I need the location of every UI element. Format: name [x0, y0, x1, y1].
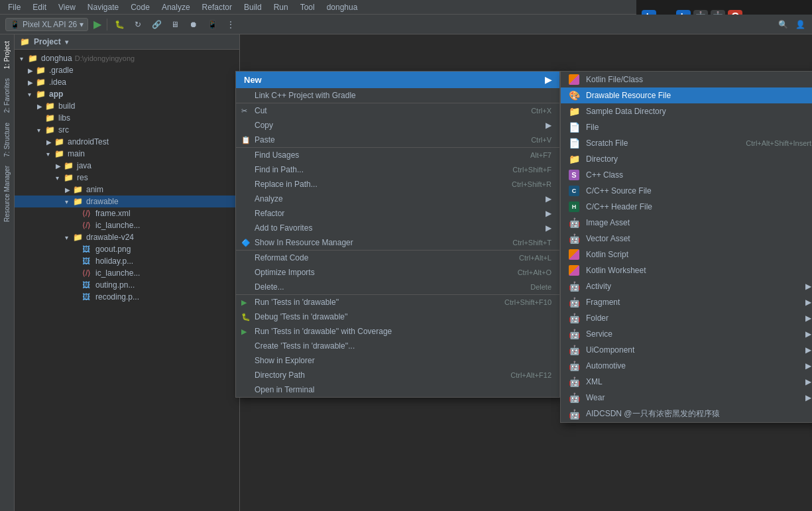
list-item[interactable]: ▶ ⟨/⟩ frame.xml	[15, 207, 239, 219]
ctx-item-optimize[interactable]: Optimize Imports Ctrl+Alt+O	[236, 265, 559, 280]
ctx-item-dir-path[interactable]: Directory Path Ctrl+Alt+F12	[236, 368, 559, 382]
list-item[interactable]: ▶ 🖼 outing.pn...	[15, 279, 239, 291]
menu-run[interactable]: Run	[268, 1, 294, 13]
list-item[interactable]: ▾ 📁 main	[15, 148, 239, 160]
sidebar-item-structure[interactable]: 7: Structure	[2, 119, 12, 161]
menu-edit[interactable]: Edit	[27, 1, 52, 13]
ctx-item-refactor[interactable]: Refactor ▶	[236, 206, 559, 221]
menu-donghua[interactable]: donghua	[321, 1, 363, 13]
list-item[interactable]: ▶ 📁 .idea	[15, 76, 239, 88]
submenu-item-image-asset[interactable]: 🤖 Image Asset	[561, 215, 812, 231]
list-item[interactable]: ▶ 📁 build	[15, 100, 239, 112]
tree-item-root[interactable]: ▾ 📁 donghua D:\yidongyingyong	[15, 52, 239, 64]
list-item[interactable]: ▶ 🖼 holiday.p...	[15, 255, 239, 267]
submenu-item-vector-asset[interactable]: 🤖 Vector Asset	[561, 231, 812, 247]
menu-build[interactable]: Build	[239, 1, 267, 13]
submenu-item-kotlin-worksheet[interactable]: Kotlin Worksheet	[561, 262, 812, 278]
sidebar-item-project[interactable]: 1: Project	[2, 37, 12, 73]
search-icon[interactable]: 🔍	[776, 18, 789, 31]
ctx-item-favorites[interactable]: Add to Favorites ▶	[236, 221, 559, 235]
menu-tool[interactable]: Tool	[295, 1, 320, 13]
item-label: src	[58, 125, 69, 135]
submenu-item-uicomponent[interactable]: 🤖 UiComponent ▶	[561, 342, 812, 358]
list-item[interactable]: ▶ ⟨/⟩ ic_launche...	[15, 267, 239, 279]
ctx-item-run-coverage[interactable]: ▶ Run 'Tests in 'drawable'' with Coverag…	[236, 324, 559, 339]
ctx-item-run[interactable]: ▶ Run 'Tests in 'drawable'' Ctrl+Shift+F…	[236, 294, 559, 310]
list-item[interactable]: ▶ 📁 anim	[15, 184, 239, 196]
submenu-item-cpp-header[interactable]: H C/C++ Header File	[561, 199, 812, 215]
list-item[interactable]: ▶ ⟨/⟩ ic_launche...	[15, 219, 239, 231]
folder-icon: 📁	[567, 106, 581, 117]
ctx-item-delete[interactable]: Delete... Delete	[236, 280, 559, 294]
sidebar-item-resource[interactable]: Resource Manager	[2, 162, 12, 226]
submenu-item-cpp-class[interactable]: S C++ Class	[561, 167, 812, 183]
list-item[interactable]: ▶ 📁 libs	[15, 112, 239, 124]
context-menu-header[interactable]: New ▶	[236, 72, 559, 88]
item-label: drawable-v24	[86, 233, 134, 242]
submenu-item-drawable[interactable]: 🎨 Drawable Resource File	[561, 87, 812, 103]
ctx-item-replace[interactable]: Replace in Path... Ctrl+Shift+R	[236, 177, 559, 192]
menu-code[interactable]: Code	[125, 1, 155, 13]
ctx-item-cut[interactable]: ✂ Cut Ctrl+X	[236, 103, 559, 118]
menu-file[interactable]: File	[3, 1, 26, 13]
submenu-item-wear[interactable]: 🤖 Wear ▶	[561, 390, 812, 406]
menu-refactor[interactable]: Refactor	[197, 1, 237, 13]
ctx-item-resource-mgr[interactable]: 🔷 Show In Resource Manager Ctrl+Shift+T	[236, 235, 559, 250]
list-item[interactable]: ▾ 📁 drawable-v24	[15, 231, 239, 243]
menu-analyze[interactable]: Analyze	[156, 1, 196, 13]
screen-icon[interactable]: 🖥	[168, 18, 182, 31]
list-item[interactable]: ▾ 📁 src	[15, 124, 239, 136]
submenu-item-directory[interactable]: 📁 Directory	[561, 151, 812, 167]
list-item[interactable]: ▶ 📁 .gradle	[15, 64, 239, 76]
submenu-item-kotlin-script[interactable]: Kotlin Script	[561, 247, 812, 262]
bug-icon[interactable]: 🐛	[113, 18, 126, 31]
submenu-item-xml[interactable]: 🤖 XML ▶	[561, 374, 812, 390]
list-item[interactable]: ▾ 📁 res	[15, 172, 239, 184]
ctx-item-link-cpp[interactable]: Link C++ Project with Gradle	[236, 88, 559, 103]
list-item[interactable]: ▶ 📁 java	[15, 160, 239, 172]
file-icon: 📄	[567, 122, 581, 133]
ctx-item-debug[interactable]: 🐛 Debug 'Tests in 'drawable''	[236, 310, 559, 324]
attach-icon[interactable]: 🔗	[150, 18, 163, 31]
submenu-item-activity[interactable]: 🤖 Activity ▶	[561, 278, 812, 294]
ctx-item-paste[interactable]: 📋 Paste Ctrl+V	[236, 133, 559, 147]
record-icon[interactable]: ⏺	[187, 18, 200, 31]
list-item[interactable]: ▶ 🖼 goout.png	[15, 243, 239, 255]
device-icon-2[interactable]: 📱	[205, 18, 219, 31]
arrow-icon: ▶	[37, 103, 45, 110]
item-label: drawable	[86, 197, 119, 206]
avatar-icon[interactable]: 👤	[793, 18, 807, 31]
ctx-item-reformat[interactable]: Reformat Code Ctrl+Alt+L	[236, 250, 559, 265]
ctx-item-create-tests[interactable]: Create 'Tests in 'drawable''...	[236, 339, 559, 353]
list-item[interactable]: ▾ 📁 drawable	[15, 196, 239, 207]
item-label: Kotlin Worksheet	[586, 266, 646, 275]
submenu-item-service[interactable]: 🤖 Service ▶	[561, 326, 812, 342]
sync-icon[interactable]: ↻	[131, 18, 145, 31]
list-item[interactable]: ▾ 📁 app	[15, 88, 239, 100]
ctx-item-find-usages[interactable]: Find Usages Alt+F7	[236, 147, 559, 162]
submenu-item-automotive[interactable]: 🤖 Automotive ▶	[561, 358, 812, 374]
submenu-item-file[interactable]: 📄 File	[561, 119, 812, 135]
menu-navigate[interactable]: Navigate	[82, 1, 124, 13]
list-item[interactable]: ▶ 📁 androidTest	[15, 136, 239, 148]
submenu-item-sample-data[interactable]: 📁 Sample Data Directory	[561, 103, 812, 119]
main-content: 1: Project 2: Favorites 7: Structure Res…	[0, 34, 812, 511]
ctx-item-analyze[interactable]: Analyze ▶	[236, 192, 559, 206]
submenu-item-kotlin-class[interactable]: Kotlin File/Class	[561, 72, 812, 87]
ctx-item-show-explorer[interactable]: Show in Explorer	[236, 353, 559, 368]
ctx-item-open-terminal[interactable]: Open in Terminal	[236, 382, 559, 397]
more-icon[interactable]: ⋮	[224, 18, 237, 31]
submenu-item-folder[interactable]: 🤖 Folder ▶	[561, 310, 812, 326]
device-selector[interactable]: 📱 Pixel XL API 26 ▾	[5, 18, 88, 31]
ctx-item-find-path[interactable]: Find in Path... Ctrl+Shift+F	[236, 162, 559, 177]
submenu-item-scratch[interactable]: 📄 Scratch File Ctrl+Alt+Shift+Insert	[561, 135, 812, 151]
ctx-item-copy[interactable]: Copy ▶	[236, 118, 559, 133]
android-icon: 🤖	[567, 361, 581, 371]
menu-view[interactable]: View	[53, 1, 81, 13]
sidebar-item-favorites[interactable]: 2: Favorites	[2, 74, 12, 117]
submenu-item-fragment[interactable]: 🤖 Fragment ▶	[561, 294, 812, 310]
submenu-item-aidcsdn[interactable]: 🤖 AIDCSDN @一只有浓密黑发的程序猿	[561, 406, 812, 422]
submenu-item-cpp-source[interactable]: C C/C++ Source File	[561, 183, 812, 199]
run-button[interactable]: ▶	[93, 18, 101, 30]
list-item[interactable]: ▶ 🖼 recoding.p...	[15, 291, 239, 303]
